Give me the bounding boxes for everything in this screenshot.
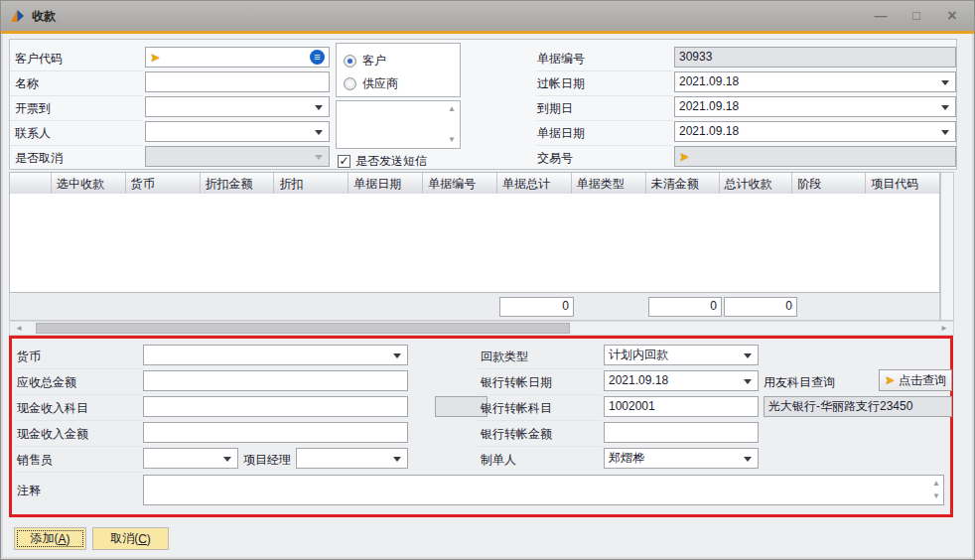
bank-transfer-account-field[interactable]: 1002001 xyxy=(604,396,759,417)
totals-strip: 0 0 0 xyxy=(9,292,940,321)
bill-to-dropdown[interactable] xyxy=(145,96,330,117)
table-header[interactable]: 未清金额 xyxy=(646,173,720,195)
separator xyxy=(14,368,143,369)
separator xyxy=(537,70,673,71)
table-header[interactable]: 项目代码 xyxy=(866,173,939,195)
cancelled-dropdown xyxy=(145,146,330,167)
table-header[interactable]: 单据日期 xyxy=(348,173,423,195)
maker-dropdown[interactable]: 郑熠桦 xyxy=(604,448,759,469)
table-header[interactable]: 单据编号 xyxy=(423,173,497,195)
doc-number-label: 单据编号 xyxy=(537,49,585,69)
table-horizontal-scrollbar[interactable]: ◄ ► xyxy=(9,321,954,336)
partner-type-group: 客户 供应商 xyxy=(336,43,461,97)
dropdown-arrow-icon xyxy=(744,353,752,358)
contact-dropdown[interactable] xyxy=(145,121,330,142)
separator xyxy=(478,420,603,421)
table-header[interactable]: 折扣金额 xyxy=(201,173,275,195)
dropdown-arrow-icon xyxy=(315,130,323,135)
table-header-row: 选中收款 货币 折扣金额 折扣 单据日期 单据编号 单据总计 单据类型 未清金额… xyxy=(9,172,940,194)
radio-customer[interactable]: 客户 xyxy=(344,51,460,70)
currency-dropdown[interactable] xyxy=(143,345,408,365)
sms-checkbox[interactable]: ✓ xyxy=(338,155,350,168)
radio-supplier-label: 供应商 xyxy=(362,73,398,93)
table-header[interactable]: 货币 xyxy=(126,173,201,195)
open-amount-sum-field[interactable]: 0 xyxy=(648,297,722,317)
payment-window: 收款 — □ × 客户代码 名称 开票到 联系人 是否取消 ➤ ≡ 客户 供应商 xyxy=(0,0,975,560)
cash-income-amount-field[interactable] xyxy=(143,422,408,443)
separator xyxy=(537,95,673,96)
scroll-down-icon[interactable]: ▼ xyxy=(932,492,940,500)
doc-date-dropdown[interactable]: 2021.09.18 xyxy=(674,121,956,142)
link-arrow-icon[interactable]: ➤ xyxy=(679,151,689,163)
separator xyxy=(10,145,143,146)
close-icon[interactable]: × xyxy=(938,7,966,25)
table-header[interactable]: 单据类型 xyxy=(572,173,646,195)
scroll-up-icon[interactable]: ▲ xyxy=(932,480,940,488)
app-icon xyxy=(9,8,26,25)
minimize-icon[interactable]: — xyxy=(867,7,895,25)
scroll-right-icon[interactable]: ► xyxy=(940,325,948,333)
salesperson-dropdown[interactable] xyxy=(143,448,238,469)
scroll-left-icon[interactable]: ◄ xyxy=(15,325,23,333)
payment-type-value: 计划内回款 xyxy=(609,346,668,364)
maximize-icon[interactable]: □ xyxy=(903,7,930,25)
posting-date-dropdown[interactable]: 2021.09.18 xyxy=(674,71,956,92)
cancelled-label: 是否取消 xyxy=(15,148,63,168)
bank-transfer-amount-field[interactable] xyxy=(604,422,759,443)
scrollbar-thumb[interactable] xyxy=(36,323,570,334)
bank-account-name-value: 光大银行-华丽路支行23450 xyxy=(768,397,912,416)
accent-line xyxy=(1,31,975,34)
bank-transfer-date-value: 2021.09.18 xyxy=(609,371,668,390)
maker-value: 郑熠桦 xyxy=(609,449,644,468)
receivable-total-label: 应收总金额 xyxy=(17,372,76,392)
table-header[interactable]: 总计收款 xyxy=(720,173,793,195)
salesperson-label: 销售员 xyxy=(17,450,53,470)
customer-code-label: 客户代码 xyxy=(15,49,63,69)
name-field[interactable] xyxy=(145,71,330,92)
transaction-no-label: 交易号 xyxy=(537,148,573,168)
transaction-no-field: ➤ xyxy=(674,146,956,167)
bank-transfer-amount-label: 银行转帐金额 xyxy=(481,424,552,444)
table-header[interactable]: 单据总计 xyxy=(497,173,572,195)
bill-to-label: 开票到 xyxy=(15,98,51,118)
separator xyxy=(537,145,673,146)
table-header[interactable]: 阶段 xyxy=(792,173,866,195)
payment-type-dropdown[interactable]: 计划内回款 xyxy=(604,345,759,365)
total-received-sum-field[interactable]: 0 xyxy=(724,297,797,317)
link-arrow-icon[interactable]: ➤ xyxy=(150,52,160,64)
yonyou-account-query-label: 用友科目查询 xyxy=(764,372,835,392)
customer-code-field[interactable]: ➤ ≡ xyxy=(145,47,330,68)
dropdown-arrow-icon xyxy=(744,457,752,462)
receivable-total-field[interactable] xyxy=(143,370,408,391)
bank-transfer-date-dropdown[interactable]: 2021.09.18 xyxy=(604,370,759,391)
add-button[interactable]: 添加(A) xyxy=(14,527,86,550)
sms-checkbox-row[interactable]: ✓ 是否发送短信 xyxy=(338,151,427,171)
cash-income-amount-label: 现金收入金额 xyxy=(17,424,88,444)
cancel-button[interactable]: 取消(C) xyxy=(92,527,169,550)
cash-income-account-field[interactable] xyxy=(143,396,408,417)
dropdown-arrow-icon xyxy=(315,105,323,110)
add-button-hotkey: A xyxy=(58,532,66,546)
title-bar[interactable]: 收款 — □ × xyxy=(1,1,975,31)
table-header[interactable]: 折扣 xyxy=(274,173,348,195)
cash-income-account-label: 现金收入科目 xyxy=(17,398,88,418)
separator xyxy=(478,394,603,395)
scroll-up-icon[interactable]: ▲ xyxy=(448,105,456,113)
remarks-textarea[interactable]: ▲ ▼ xyxy=(143,475,944,505)
radio-supplier[interactable]: 供应商 xyxy=(344,73,460,93)
table-header-selector xyxy=(10,173,52,195)
table-header[interactable]: 选中收款 xyxy=(52,173,126,195)
bank-transfer-account-label: 银行转帐科目 xyxy=(481,398,552,418)
query-button[interactable]: ➤ 点击查询 xyxy=(879,369,952,391)
doc-total-sum-field[interactable]: 0 xyxy=(499,297,574,317)
table-body[interactable] xyxy=(9,194,940,292)
radio-customer-icon[interactable] xyxy=(344,55,356,68)
table-vertical-scrollbar[interactable] xyxy=(940,172,954,321)
scroll-down-icon[interactable]: ▼ xyxy=(448,136,456,144)
address-textarea[interactable]: ▲ ▼ xyxy=(336,100,461,149)
project-manager-dropdown[interactable] xyxy=(296,448,408,469)
due-date-dropdown[interactable]: 2021.09.18 xyxy=(674,96,956,117)
dropdown-arrow-icon xyxy=(315,155,323,160)
radio-supplier-icon[interactable] xyxy=(344,77,356,90)
choose-from-list-icon[interactable]: ≡ xyxy=(310,50,325,65)
